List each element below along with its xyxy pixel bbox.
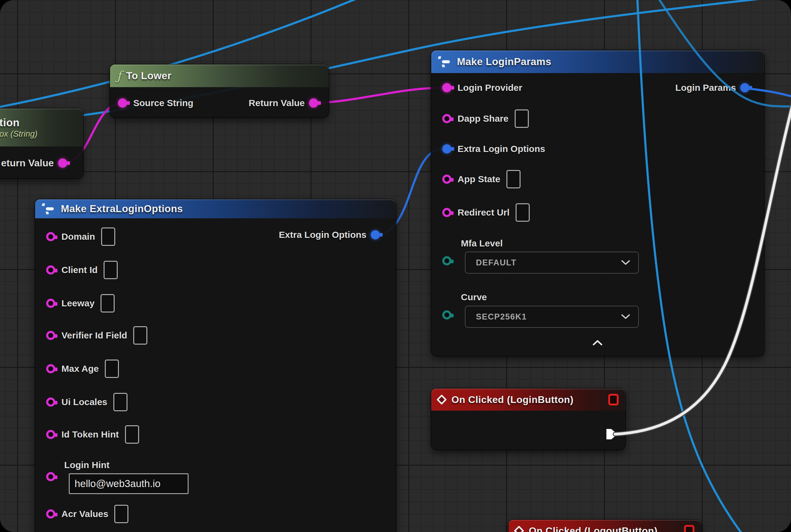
- login-provider-label: Login Provider: [458, 82, 522, 93]
- pin-row-acr-values: Acr Values: [46, 505, 128, 523]
- node-to-lower-header: ƒ To Lower: [110, 64, 329, 87]
- redirect-url-value-box[interactable]: [516, 203, 530, 222]
- verifier-id-field-value-box[interactable]: [133, 326, 147, 345]
- ui-locales-pin[interactable]: [46, 397, 55, 407]
- collapse-node-chevron[interactable]: [592, 340, 603, 347]
- domain-value-box[interactable]: [101, 227, 115, 246]
- redirect-url-pin[interactable]: [442, 208, 451, 217]
- verifier-id-field-label: Verifier Id Field: [61, 330, 127, 341]
- bound-event-red-square-icon: [684, 525, 694, 532]
- app-state-pin[interactable]: [442, 175, 451, 184]
- node-make-extra-login-options[interactable]: Make ExtraLoginOptions Extra Login Optio…: [35, 200, 396, 532]
- id-token-hint-label: Id Token Hint: [61, 429, 119, 440]
- node-make-login-params-title: Make LoginParams: [457, 56, 552, 68]
- max-age-value-box[interactable]: [105, 360, 119, 378]
- redirect-url-label: Redirect Url: [458, 207, 509, 218]
- pin-row-ui-locales: Ui Locales: [46, 393, 128, 411]
- source-string-label: Source String: [133, 98, 193, 108]
- function-icon: ƒ: [117, 70, 121, 82]
- login-provider-pin[interactable]: [442, 83, 451, 92]
- client-id-pin[interactable]: [46, 265, 55, 274]
- node-on-clicked-logout-button-header: On Clicked (LogoutButton): [508, 520, 701, 532]
- return-value-pin[interactable]: [309, 98, 318, 108]
- pin-row-app-state: App State: [442, 170, 521, 188]
- node-partial-function-subtitle: ox (String): [0, 129, 38, 139]
- chevron-down-icon: [621, 260, 630, 265]
- id-token-hint-value-box[interactable]: [125, 425, 139, 444]
- pin-row-source-string: Source String: [118, 98, 193, 108]
- extra-login-options-out-pin[interactable]: [371, 230, 380, 240]
- pin-row-partial-return-value: eturn Value: [1, 157, 67, 169]
- app-state-value-box[interactable]: [506, 170, 521, 188]
- node-make-login-params[interactable]: Make LoginParams Login Provider Login Pa…: [431, 51, 764, 356]
- chevron-down-icon: [621, 314, 630, 320]
- event-diamond-icon: [437, 394, 447, 405]
- login-params-out-label: Login Params: [675, 82, 736, 93]
- node-on-clicked-logout-button[interactable]: On Clicked (LogoutButton): [508, 520, 701, 532]
- exec-output-pin[interactable]: [606, 428, 618, 442]
- pin-row-max-age: Max Age: [46, 360, 119, 378]
- pin-row-login-provider: Login Provider: [442, 82, 522, 93]
- pin-row-dapp-share: Dapp Share: [442, 110, 529, 128]
- pin-row-extra-login-options-out: Extra Login Options: [279, 230, 380, 240]
- make-struct-icon: [438, 56, 452, 68]
- pin-row-extra-login-options-in: Extra Login Options: [442, 144, 545, 154]
- pin-row-client-id: Client Id: [46, 261, 118, 279]
- login-params-out-pin[interactable]: [740, 83, 749, 92]
- dapp-share-pin[interactable]: [442, 114, 451, 123]
- return-value-label: Return Value: [249, 98, 305, 108]
- curve-value: SECP256K1: [476, 312, 527, 322]
- mfa-level-pin[interactable]: [442, 256, 451, 265]
- node-partial-function[interactable]: tion ox (String) eturn Value: [0, 109, 83, 178]
- acr-values-label: Acr Values: [61, 509, 108, 519]
- chevron-up-icon: [592, 340, 603, 346]
- mfa-level-value: DEFAULT: [476, 258, 517, 268]
- max-age-pin[interactable]: [46, 364, 55, 373]
- acr-values-value-box[interactable]: [114, 505, 128, 523]
- node-on-clicked-login-button-title: On Clicked (LoginButton): [451, 394, 574, 405]
- mfa-level-dropdown[interactable]: DEFAULT: [465, 252, 639, 274]
- node-on-clicked-login-button-header: On Clicked (LoginButton): [431, 388, 625, 411]
- leeway-value-box[interactable]: [100, 294, 115, 312]
- acr-values-pin[interactable]: [46, 509, 55, 518]
- extra-login-options-in-pin[interactable]: [442, 144, 451, 153]
- domain-label: Domain: [61, 231, 95, 242]
- login-hint-pin[interactable]: [46, 472, 55, 481]
- bound-event-red-square-icon: [608, 394, 619, 405]
- leeway-label: Leeway: [61, 298, 94, 308]
- id-token-hint-pin[interactable]: [46, 430, 55, 439]
- node-make-extra-login-options-title: Make ExtraLoginOptions: [61, 203, 183, 215]
- client-id-value-box[interactable]: [103, 261, 118, 279]
- ui-locales-value-box[interactable]: [113, 393, 128, 411]
- partial-return-value-pin[interactable]: [58, 158, 67, 168]
- curve-pin[interactable]: [442, 310, 451, 320]
- mfa-level-label: Mfa Level: [461, 238, 503, 249]
- make-struct-icon: [42, 203, 56, 215]
- node-to-lower[interactable]: ƒ To Lower Source String Return Value: [110, 64, 329, 117]
- curve-dropdown[interactable]: SECP256K1: [465, 306, 639, 328]
- dapp-share-label: Dapp Share: [458, 113, 508, 124]
- node-make-login-params-header: Make LoginParams: [431, 51, 764, 73]
- domain-pin[interactable]: [46, 232, 55, 241]
- pin-row-login-params-out: Login Params: [675, 82, 749, 93]
- pin-row-redirect-url: Redirect Url: [442, 203, 530, 222]
- client-id-label: Client Id: [61, 265, 97, 275]
- dapp-share-value-box[interactable]: [515, 110, 529, 128]
- ui-locales-label: Ui Locales: [61, 397, 107, 407]
- blueprint-graph-canvas[interactable]: tion ox (String) eturn Value ƒ To Lower …: [0, 0, 791, 532]
- curve-label: Curve: [461, 292, 487, 302]
- source-string-pin[interactable]: [118, 98, 127, 108]
- node-partial-function-title: tion: [0, 116, 20, 129]
- login-hint-label: Login Hint: [64, 460, 110, 470]
- pin-row-id-token-hint: Id Token Hint: [46, 425, 139, 444]
- pin-row-leeway: Leeway: [46, 294, 115, 312]
- event-diamond-icon: [514, 526, 524, 532]
- leeway-pin[interactable]: [46, 299, 55, 308]
- pin-row-return-value: Return Value: [249, 98, 318, 108]
- wire-tolower-to-login-provider: [309, 88, 443, 103]
- node-on-clicked-login-button[interactable]: On Clicked (LoginButton): [431, 388, 625, 450]
- verifier-id-field-pin[interactable]: [46, 331, 55, 340]
- node-make-extra-login-options-header: Make ExtraLoginOptions: [35, 200, 396, 218]
- pin-row-verifier-id-field: Verifier Id Field: [46, 326, 147, 345]
- login-hint-input[interactable]: [69, 473, 189, 494]
